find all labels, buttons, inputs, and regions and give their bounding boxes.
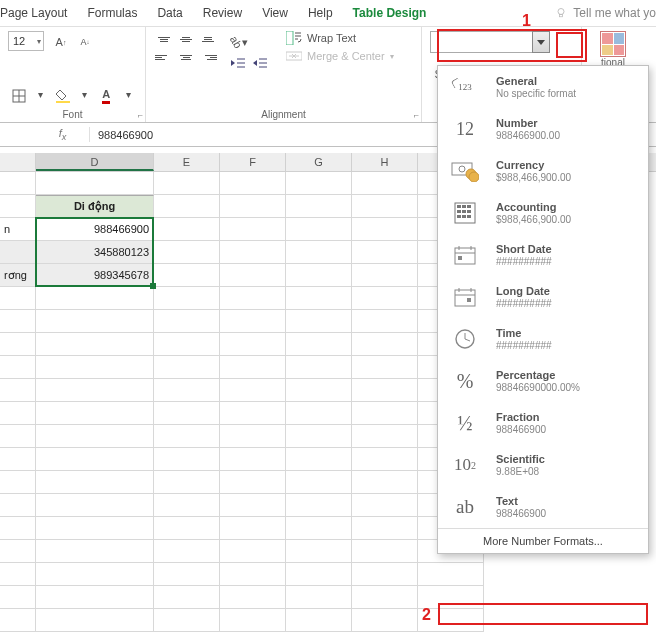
number-format-dropdown: 123 GeneralNo specific format 12 Number9… — [437, 65, 649, 554]
format-accounting[interactable]: Accounting $988,466,900.00 — [438, 192, 648, 234]
borders-button[interactable] — [8, 85, 30, 107]
table-cell[interactable]: 345880123 — [36, 241, 154, 264]
fraction-format-icon: ½ — [448, 408, 482, 438]
group-alignment: ab▾ Wrap Text Merge & Center ▾ Alignment… — [146, 27, 422, 122]
format-percentage[interactable]: % Percentage98846690000.00% — [438, 360, 648, 402]
increase-indent-button[interactable] — [250, 55, 270, 71]
short-date-format-icon — [448, 240, 482, 270]
ribbon-tabs: Page Layout Formulas Data Review View He… — [0, 0, 656, 27]
font-size-value: 12 — [13, 35, 25, 47]
col-f[interactable]: F — [220, 153, 286, 171]
align-middle-button[interactable] — [176, 31, 196, 47]
increase-font-size-button[interactable]: A↑ — [50, 31, 72, 53]
align-left-button[interactable] — [154, 49, 174, 65]
number-format-icon: 12 — [448, 114, 482, 144]
format-number[interactable]: 12 Number988466900.00 — [438, 108, 648, 150]
scientific-format-icon: 102 — [448, 450, 482, 480]
font-color-dropdown[interactable]: ▾ — [119, 85, 137, 103]
number-format-selector[interactable] — [430, 31, 550, 53]
currency-format-icon — [448, 156, 482, 186]
format-time[interactable]: Time########## — [438, 318, 648, 360]
font-size-selector[interactable]: 12 ▾ — [8, 31, 44, 51]
wrap-text-label: Wrap Text — [307, 32, 356, 44]
svg-rect-32 — [458, 256, 462, 260]
format-currency[interactable]: Currency$988,466,900.00 — [438, 150, 648, 192]
decrease-font-size-button[interactable]: A↓ — [74, 31, 96, 53]
table-cell[interactable] — [0, 241, 36, 264]
format-short-date[interactable]: Short Date########## — [438, 234, 648, 276]
fill-color-button[interactable] — [52, 85, 74, 107]
group-alignment-label: Alignment⌐ — [154, 107, 413, 120]
tab-data[interactable]: Data — [157, 6, 182, 20]
align-top-button[interactable] — [154, 31, 174, 47]
svg-rect-5 — [56, 101, 70, 103]
lightbulb-icon — [555, 7, 567, 19]
wrap-text-button[interactable]: Wrap Text — [286, 31, 394, 45]
number-format-dropdown-button[interactable] — [532, 31, 550, 53]
svg-rect-27 — [467, 215, 471, 218]
svg-rect-23 — [462, 210, 466, 213]
svg-rect-19 — [457, 205, 461, 208]
tab-formulas[interactable]: Formulas — [87, 6, 137, 20]
decrease-indent-button[interactable] — [228, 55, 248, 71]
tab-page-layout[interactable]: Page Layout — [0, 6, 67, 20]
table-cell[interactable]: rơng — [0, 264, 36, 287]
svg-rect-26 — [462, 215, 466, 218]
wrap-text-icon — [286, 31, 302, 45]
table-header-di-dong[interactable]: Di động — [36, 195, 154, 218]
accounting-format-icon — [448, 198, 482, 228]
tell-me-search[interactable]: Tell me what yo — [555, 6, 656, 20]
svg-rect-21 — [467, 205, 471, 208]
tab-help[interactable]: Help — [308, 6, 333, 20]
tab-table-design[interactable]: Table Design — [353, 6, 427, 20]
chevron-down-icon — [537, 40, 545, 45]
svg-rect-25 — [457, 215, 461, 218]
borders-dropdown[interactable]: ▾ — [32, 85, 50, 103]
general-format-icon: 123 — [448, 72, 482, 102]
svg-rect-12 — [286, 31, 293, 45]
fx-label[interactable]: fx — [36, 127, 90, 142]
col-partial[interactable] — [0, 153, 36, 171]
fill-color-dropdown[interactable]: ▾ — [75, 85, 93, 103]
svg-rect-22 — [457, 210, 461, 213]
format-long-date[interactable]: Long Date########## — [438, 276, 648, 318]
svg-rect-33 — [455, 290, 475, 306]
merge-icon — [286, 49, 302, 63]
merge-center-button[interactable]: Merge & Center ▾ — [286, 49, 394, 63]
font-color-button[interactable]: A — [95, 85, 117, 107]
format-scientific[interactable]: 102 Scientific9.88E+08 — [438, 444, 648, 486]
align-bottom-button[interactable] — [198, 31, 218, 47]
percentage-format-icon: % — [448, 366, 482, 396]
table-cell[interactable]: 989345678 — [36, 264, 154, 287]
svg-line-40 — [465, 339, 470, 341]
col-d[interactable]: D — [36, 153, 154, 171]
conditional-formatting-icon[interactable] — [600, 31, 626, 57]
col-h[interactable]: H — [352, 153, 418, 171]
format-text[interactable]: ab Text988466900 — [438, 486, 648, 528]
tab-review[interactable]: Review — [203, 6, 242, 20]
table-cell[interactable]: 988466900 — [36, 218, 154, 241]
svg-point-17 — [469, 172, 479, 182]
alignment-dialog-launcher[interactable]: ⌐ — [414, 110, 419, 120]
format-fraction[interactable]: ½ Fraction988466900 — [438, 402, 648, 444]
more-number-formats[interactable]: More Number Formats... — [438, 528, 648, 553]
tab-view[interactable]: View — [262, 6, 288, 20]
merge-center-label: Merge & Center — [307, 50, 385, 62]
svg-point-0 — [558, 9, 564, 15]
annotation-1: 1 — [522, 12, 531, 30]
align-right-button[interactable] — [198, 49, 218, 65]
font-dialog-launcher[interactable]: ⌐ — [138, 110, 143, 120]
format-general[interactable]: 123 GeneralNo specific format — [438, 66, 648, 108]
align-center-button[interactable] — [176, 49, 196, 65]
svg-rect-24 — [467, 210, 471, 213]
table-cell[interactable]: n — [0, 218, 36, 241]
col-g[interactable]: G — [286, 153, 352, 171]
orientation-button[interactable]: ab▾ — [228, 31, 250, 53]
annotation-2: 2 — [422, 606, 431, 624]
chevron-down-icon: ▾ — [37, 37, 41, 46]
selection-handle[interactable] — [150, 283, 156, 289]
svg-rect-1 — [560, 15, 563, 17]
group-font: 12 ▾ A↑ A↓ ▾ ▾ A ▾ Font⌐ — [0, 27, 146, 122]
svg-rect-37 — [467, 298, 471, 302]
col-e[interactable]: E — [154, 153, 220, 171]
